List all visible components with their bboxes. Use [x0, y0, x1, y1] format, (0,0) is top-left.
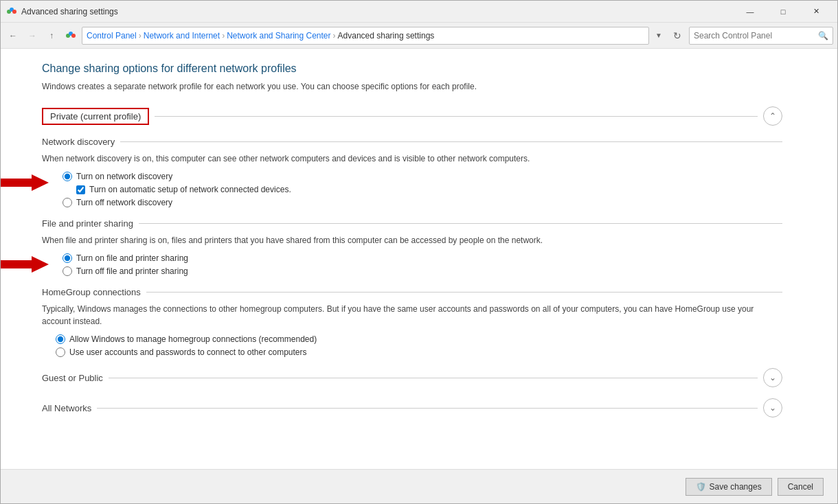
file-printer-arrow-group: Turn on file and printer sharing Turn of…	[56, 253, 782, 276]
nd-auto-row: Turn on automatic setup of network conne…	[76, 185, 291, 194]
fp-on-radio[interactable]	[63, 253, 72, 263]
forward-button[interactable]: →	[24, 27, 41, 44]
homegroup-desc: Typically, Windows manages the connectio…	[42, 303, 782, 328]
breadcrumb-sep-3: ›	[333, 31, 336, 41]
nd-on-radio[interactable]	[63, 172, 72, 181]
address-bar: ← → ↑ Control Panel › Network and Intern…	[1, 23, 837, 49]
profile-label-box: Private (current profile)	[42, 108, 149, 125]
title-bar-controls: — □ ✕	[734, 1, 832, 23]
fp-off-row: Turn off file and printer sharing	[63, 266, 188, 276]
page-subtext: Windows creates a separate network profi…	[42, 80, 782, 93]
hg-windows-radio[interactable]	[56, 334, 65, 344]
svg-point-5	[71, 34, 76, 38]
guest-public-line	[109, 378, 758, 378]
all-networks-chevron[interactable]: ⌄	[763, 398, 782, 417]
title-bar: Advanced sharing settings — □ ✕	[1, 1, 837, 23]
file-printer-desc: When file and printer sharing is on, fil…	[42, 234, 782, 247]
back-button[interactable]: ←	[5, 27, 21, 44]
window-icon	[6, 6, 17, 17]
network-discovery-arrow-group: Turn on network discovery Turn on automa…	[56, 172, 782, 207]
cancel-button[interactable]: Cancel	[778, 478, 824, 496]
fp-off-radio[interactable]	[63, 266, 72, 276]
file-printer-line	[139, 223, 782, 224]
homegroup-radio-group: Allow Windows to manage homegroup connec…	[56, 334, 782, 357]
nd-off-label[interactable]: Turn off network discovery	[76, 198, 172, 207]
network-discovery-desc: When network discovery is on, this compu…	[42, 152, 782, 165]
svg-marker-7	[1, 256, 49, 273]
profile-chevron[interactable]: ⌃	[763, 106, 782, 126]
network-discovery-radio-group: Turn on network discovery Turn on automa…	[63, 172, 291, 207]
nd-off-row: Turn off network discovery	[63, 198, 291, 207]
fp-off-label[interactable]: Turn off file and printer sharing	[76, 266, 188, 276]
hg-windows-row: Allow Windows to manage homegroup connec…	[56, 334, 782, 344]
refresh-button[interactable]: ↻	[668, 27, 686, 45]
page-heading: Change sharing options for different net…	[42, 62, 782, 75]
profile-line	[155, 116, 758, 117]
search-icon: 🔍	[818, 31, 828, 41]
hg-user-row: Use user accounts and passwords to conne…	[56, 347, 782, 357]
main-content: Change sharing options for different net…	[1, 49, 837, 469]
all-networks-line	[97, 408, 758, 409]
title-bar-title: Advanced sharing settings	[21, 7, 734, 16]
profile-header: Private (current profile) ⌃	[42, 106, 782, 126]
homegroup-label-row: HomeGroup connections	[42, 287, 782, 297]
file-printer-arrow	[1, 255, 49, 276]
nd-auto-checkbox[interactable]	[76, 185, 85, 194]
network-discovery-arrow	[1, 173, 49, 194]
guest-public-section: Guest or Public ⌄	[42, 368, 782, 387]
save-button[interactable]: 🛡️ Save changes	[686, 478, 772, 496]
fp-on-row: Turn on file and printer sharing	[63, 253, 188, 263]
hg-user-label[interactable]: Use user accounts and passwords to conne…	[69, 347, 307, 357]
nd-on-row: Turn on network discovery	[63, 172, 291, 181]
homegroup-label: HomeGroup connections	[42, 287, 141, 297]
shield-icon: 🛡️	[696, 482, 706, 492]
all-networks-label: All Networks	[42, 403, 91, 413]
file-printer-label: File and printer sharing	[42, 218, 133, 229]
breadcrumb-sep-1: ›	[139, 31, 141, 41]
search-box: 🔍	[689, 27, 833, 45]
all-networks-section: All Networks ⌄	[42, 398, 782, 417]
nd-auto-label[interactable]: Turn on automatic setup of network conne…	[89, 185, 291, 194]
network-discovery-section: Network discovery When network discovery…	[42, 137, 782, 207]
file-printer-section: File and printer sharing When file and p…	[42, 218, 782, 276]
private-profile-section: Private (current profile) ⌃ Network disc…	[42, 106, 782, 357]
svg-point-2	[12, 10, 16, 14]
breadcrumb-current: Advanced sharing settings	[338, 31, 435, 41]
network-discovery-label-row: Network discovery	[42, 137, 782, 147]
save-label: Save changes	[710, 482, 762, 492]
nd-off-radio[interactable]	[63, 198, 72, 207]
breadcrumb-network-internet[interactable]: Network and Internet	[144, 31, 220, 41]
window: Advanced sharing settings — □ ✕ ← → ↑ Co…	[0, 0, 838, 504]
file-printer-radio-group: Turn on file and printer sharing Turn of…	[63, 253, 188, 276]
hg-user-radio[interactable]	[56, 347, 65, 357]
close-button[interactable]: ✕	[800, 1, 832, 23]
svg-marker-6	[1, 174, 49, 191]
guest-public-chevron[interactable]: ⌄	[763, 368, 782, 387]
footer: 🛡️ Save changes Cancel	[1, 469, 837, 503]
breadcrumb-control-panel[interactable]: Control Panel	[87, 31, 137, 41]
search-input[interactable]	[694, 31, 818, 41]
nd-on-label[interactable]: Turn on network discovery	[76, 172, 172, 181]
breadcrumb-bar: Control Panel › Network and Internet › N…	[82, 27, 649, 45]
fp-on-label[interactable]: Turn on file and printer sharing	[76, 253, 188, 263]
network-discovery-label: Network discovery	[42, 137, 115, 147]
network-discovery-line	[120, 141, 782, 142]
breadcrumb-network-sharing-center[interactable]: Network and Sharing Center	[227, 31, 330, 41]
guest-public-label: Guest or Public	[42, 373, 103, 383]
breadcrumb-sep-2: ›	[222, 31, 225, 41]
file-printer-label-row: File and printer sharing	[42, 218, 782, 229]
minimize-button[interactable]: —	[734, 1, 766, 23]
address-dropdown-button[interactable]: ▼	[652, 27, 666, 45]
maximize-button[interactable]: □	[767, 1, 799, 23]
up-button[interactable]: ↑	[43, 27, 60, 44]
homegroup-line	[146, 292, 782, 293]
homegroup-section: HomeGroup connections Typically, Windows…	[42, 287, 782, 357]
hg-windows-label[interactable]: Allow Windows to manage homegroup connec…	[69, 334, 317, 344]
